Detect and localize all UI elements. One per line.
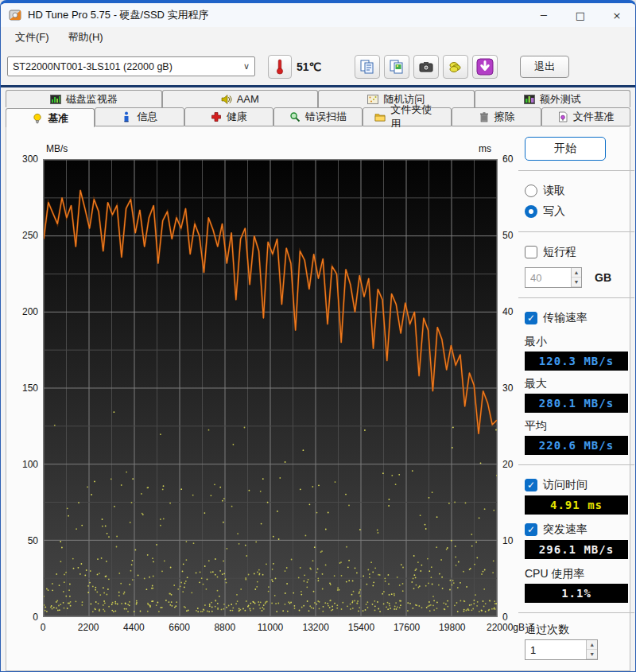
short-stroke-size: ▲▼ GB [525,267,636,288]
right-axis-tick: 30 [502,383,513,394]
read-option[interactable]: 读取 [517,181,636,201]
exit-button[interactable]: 退出 [520,56,569,78]
pass-count-stepper[interactable]: ▲▼ [525,639,598,660]
copy-image-button[interactable] [384,55,409,79]
menu-file[interactable]: 文件(F) [7,28,57,47]
size-input[interactable] [525,268,571,287]
primary-tab[interactable]: 信息 [95,107,184,126]
burst-rate-checkbox[interactable] [525,523,537,536]
size-stepper[interactable]: ▲▼ [525,267,582,288]
x-axis-tick: 15400 [348,622,374,633]
x-axis-tick: 8800 [214,622,235,633]
erase-icon [479,111,490,122]
separator [518,231,634,232]
right-axis-tick: 50 [502,230,513,241]
tab-area: 磁盘监视器AAM随机访问额外测试 基准信息健康错误扫描文件夹使用擦除文件基准 [1,87,635,127]
health-cross-icon [211,111,222,122]
cpu-usage-value: 1.1% [525,584,628,603]
benchmark-bulb-icon [32,113,43,124]
tab-label: 额外测试 [540,92,581,107]
app-window: HD Tune Pro 5.75 - 硬盘/SSD 实用程序 ─ □ × 文件(… [0,0,636,672]
save-icon [448,59,463,75]
download-button[interactable] [472,55,498,79]
min-label: 最小 [525,335,636,349]
read-radio[interactable] [525,185,537,197]
write-radio[interactable] [525,205,537,218]
secondary-tab[interactable]: AAM [162,90,319,107]
primary-tab[interactable]: 文件夹使用 [363,107,452,126]
primary-tab[interactable]: 擦除 [452,107,541,126]
left-axis-tick: 100 [10,459,38,470]
file-benchmark-icon [557,111,568,122]
separator [518,464,634,465]
pass-count-input[interactable] [525,640,586,659]
temperature-button[interactable] [268,55,292,79]
spin-down-icon[interactable]: ▼ [587,650,597,659]
minimize-button[interactable]: ─ [525,3,562,27]
x-axis-tick: 4400 [123,622,145,633]
tab-label: 健康 [227,110,247,124]
app-icon [9,9,21,21]
transfer-rate-checkbox[interactable] [525,312,537,324]
access-time-option[interactable]: 访问时间 [517,475,636,495]
transfer-rate-option[interactable]: 传输速率 [517,308,636,328]
left-axis-tick: 0 [10,612,38,623]
access-time-label: 访问时间 [543,478,588,492]
primary-tab[interactable]: 健康 [184,107,273,126]
menu-help[interactable]: 帮助(H) [60,28,111,47]
avg-value: 220.6 MB/s [525,436,628,455]
extra-tests-icon [524,94,535,105]
chevron-down-icon: ∨ [243,61,250,72]
random-access-icon [367,94,378,105]
window-title: HD Tune Pro 5.75 - 硬盘/SSD 实用程序 [28,8,209,22]
secondary-tab[interactable]: 额外测试 [475,90,631,107]
read-label: 读取 [543,184,565,198]
drive-select[interactable]: ST22000NT001-3LS101 (22000 gB) ∨ [7,56,255,76]
write-option[interactable]: 写入 [517,201,636,222]
separator [518,297,634,298]
right-axis-tick: 40 [502,306,513,317]
spin-up-icon[interactable]: ▲ [587,640,597,650]
access-time-checkbox[interactable] [525,479,537,491]
right-axis-tick: 10 [502,535,513,546]
start-button[interactable]: 开始 [525,137,606,161]
copy-image-icon [389,59,405,75]
right-axis-tick: 20 [502,459,513,470]
short-stroke-option[interactable]: 短行程 [517,242,636,262]
max-value: 280.1 MB/s [525,394,628,413]
avg-label: 平均 [525,419,636,433]
short-stroke-label: 短行程 [543,245,576,259]
x-axis-tick: 13200 [303,622,329,633]
spin-down-icon[interactable]: ▼ [572,278,581,287]
short-stroke-checkbox[interactable] [525,246,537,258]
close-button[interactable]: × [599,3,635,27]
camera-button[interactable] [413,55,439,79]
secondary-tab[interactable]: 磁盘监视器 [6,90,162,107]
spin-up-icon[interactable]: ▲ [572,268,581,278]
tab-label: 磁盘监视器 [66,92,118,107]
burst-rate-option[interactable]: 突发速率 [517,519,636,540]
info-icon [121,111,132,122]
tab-label: 信息 [137,110,157,124]
primary-tab[interactable]: 基准 [6,108,95,128]
x-axis-tick: 0 [41,622,46,633]
window-controls: ─ □ × [525,3,635,27]
tab-label: 文件基准 [573,110,615,124]
save-button[interactable] [443,55,468,79]
max-label: 最大 [525,377,636,391]
error-scan-icon [289,111,301,122]
burst-rate-value: 296.1 MB/s [525,540,628,559]
left-axis-tick: 200 [10,306,38,317]
left-axis-tick: 150 [10,383,38,394]
maximize-button[interactable]: □ [562,3,599,27]
menu-bar: 文件(F) 帮助(H) [1,27,635,48]
download-icon [476,58,494,76]
primary-tab[interactable]: 文件基准 [541,107,630,126]
cpu-usage-label: CPU 使用率 [525,567,636,581]
right-axis-unit: ms [479,143,491,154]
right-axis-tick: 60 [502,153,513,165]
x-axis-tick: 6600 [169,622,190,633]
copy-text-button[interactable] [355,55,380,79]
benchmark-chart [43,159,498,617]
primary-tab[interactable]: 错误扫描 [273,107,363,126]
